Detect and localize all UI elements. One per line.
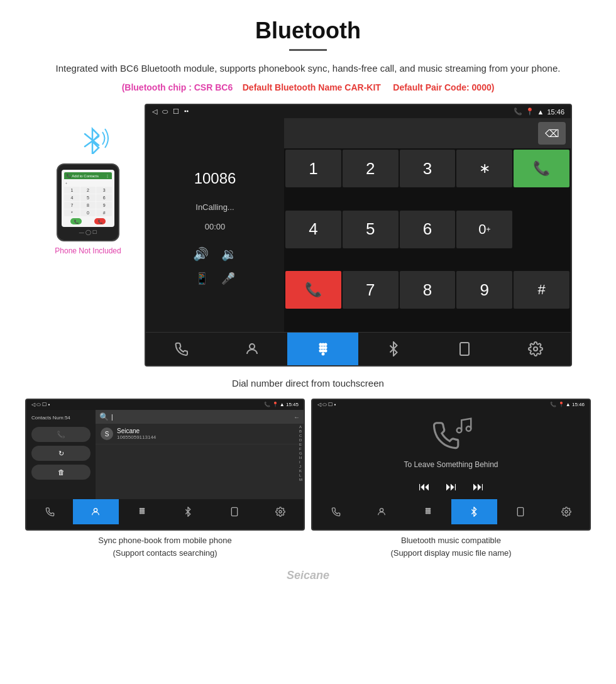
key-2[interactable]: 2 [343, 150, 399, 187]
svg-point-18 [140, 510, 141, 512]
svg-point-17 [143, 508, 144, 509]
svg-point-31 [429, 508, 430, 509]
contacts-back-icon[interactable]: ← [294, 414, 300, 421]
music-nav-phone[interactable] [312, 499, 359, 524]
svg-point-36 [427, 512, 429, 514]
contacts-content: Contacts Num:54 📞 ↻ 🗑 🔍 | ← S Se [26, 410, 304, 499]
phone-key-6[interactable]: 6 [96, 194, 112, 201]
phone-key-7[interactable]: 7 [64, 202, 80, 209]
key-9[interactable]: 9 [456, 271, 512, 309]
contacts-nav-dialpad[interactable] [119, 499, 165, 524]
key-3[interactable]: 3 [400, 150, 456, 187]
contacts-sync-button[interactable]: ↻ [31, 446, 91, 461]
volume-up-icon[interactable]: 🔊 [193, 246, 209, 262]
contacts-nav-settings[interactable] [258, 499, 304, 524]
next-track-button[interactable]: ⏭ [473, 480, 484, 494]
contacts-search-bar: 🔍 | ← [96, 410, 304, 424]
music-nav-bluetooth[interactable] [451, 499, 498, 524]
phone-key-5[interactable]: 5 [80, 194, 96, 201]
contacts-nav-phone[interactable] [26, 499, 73, 524]
contacts-left-panel: Contacts Num:54 📞 ↻ 🗑 [26, 410, 96, 499]
key-1[interactable]: 1 [285, 150, 341, 187]
nav-bluetooth[interactable] [358, 333, 429, 365]
svg-point-7 [319, 350, 321, 352]
phone-key-1[interactable]: 1 [64, 187, 80, 194]
bluetooth-specs: (Bluetooth chip : CSR BC6 Default Blueto… [38, 82, 578, 92]
svg-point-1 [319, 344, 321, 346]
key-hash[interactable]: # [514, 271, 569, 309]
svg-point-5 [322, 347, 324, 349]
key-8[interactable]: 8 [400, 271, 456, 309]
nav-settings[interactable] [500, 333, 571, 365]
page-title: Bluetooth [38, 18, 578, 44]
home-icon: ⬭ [162, 108, 168, 116]
bottom-screens: ◁ ⬭ ☐ ▪ 📞 📍 ▲ 15:45 Contacts Num:54 📞 ↻ … [0, 399, 616, 565]
key-6[interactable]: 6 [400, 211, 456, 248]
contact-list-item[interactable]: S Seicane 10655059113144 [96, 424, 304, 444]
phone-key-0[interactable]: 0 [80, 209, 96, 216]
svg-point-14 [94, 509, 97, 512]
svg-rect-11 [460, 343, 469, 355]
music-nav-icons: ◁ ⬭ ☐ ▪ [317, 402, 336, 408]
key-5[interactable]: 5 [343, 211, 399, 248]
transfer-icon[interactable]: 📱 [195, 272, 209, 285]
svg-point-39 [565, 510, 568, 513]
play-pause-button[interactable]: ⏭ [446, 480, 457, 494]
svg-point-19 [141, 510, 143, 512]
phone-key-4[interactable]: 4 [64, 194, 80, 201]
phone-not-included-label: Phone Not Included [55, 246, 121, 255]
phone-key-9[interactable]: 9 [96, 202, 112, 209]
phone-key-3[interactable]: 3 [96, 187, 112, 194]
key-0plus[interactable]: 0+ [456, 211, 512, 248]
contacts-status-bar: ◁ ⬭ ☐ ▪ 📞 📍 ▲ 15:45 [26, 400, 304, 410]
key-4[interactable]: 4 [285, 211, 341, 248]
key-star[interactable]: ∗ [456, 150, 512, 187]
call-button[interactable]: 📞 [514, 150, 569, 187]
phone-call-button[interactable]: 📞 [70, 218, 82, 224]
watermark: Seicane [0, 569, 616, 582]
contacts-nav-transfer[interactable] [211, 499, 258, 524]
contact-avatar: S [101, 428, 113, 440]
svg-point-4 [319, 347, 321, 349]
contacts-status-right: 📞 📍 ▲ 15:45 [264, 402, 299, 408]
dial-number-display: 10086 [153, 165, 277, 192]
music-status-right: 📞 📍 ▲ 15:46 [550, 402, 585, 408]
contacts-nav-bluetooth[interactable] [165, 499, 212, 524]
svg-rect-38 [517, 507, 523, 516]
end-call-button[interactable]: 📞 [285, 271, 341, 309]
phone-key-2[interactable]: 2 [80, 187, 96, 194]
prev-track-button[interactable]: ⏮ [419, 480, 430, 494]
phone-key-star[interactable]: * [64, 209, 80, 216]
phone-end-button[interactable]: 📞 [94, 218, 106, 224]
microphone-icon[interactable]: 🎤 [221, 272, 235, 285]
music-nav-dialpad[interactable] [405, 499, 451, 524]
contacts-nav-contacts[interactable] [73, 499, 119, 524]
volume-down-icon[interactable]: 🔉 [221, 246, 237, 262]
music-nav-transfer[interactable] [497, 499, 544, 524]
contacts-call-button[interactable]: 📞 [31, 427, 91, 442]
contacts-search-input[interactable]: | [111, 414, 291, 421]
nav-dialpad[interactable] [287, 333, 358, 365]
svg-point-3 [324, 344, 326, 346]
phone-key-hash[interactable]: # [96, 209, 112, 216]
key-7[interactable]: 7 [343, 271, 399, 309]
status-time: 15:46 [547, 108, 564, 116]
svg-point-2 [322, 344, 324, 346]
music-nav-settings[interactable] [544, 499, 590, 524]
phone-key-8[interactable]: 8 [80, 202, 96, 209]
svg-point-8 [322, 350, 324, 352]
spec-chip: (Bluetooth chip : CSR BC6 [122, 82, 233, 92]
backspace-button[interactable]: ⌫ [538, 122, 566, 145]
nav-transfer[interactable] [429, 333, 500, 365]
nav-contacts[interactable] [217, 333, 288, 365]
spec-pair: Default Pair Code: 0000) [393, 82, 494, 92]
nav-phone[interactable] [146, 333, 217, 365]
phone-home-bar: — ◯ ☐ [62, 229, 114, 235]
contacts-alphabet: ABC DEF GHI JKL M [299, 425, 302, 482]
contacts-delete-button[interactable]: 🗑 [31, 465, 91, 480]
contacts-num-label: Contacts Num:54 [31, 415, 91, 421]
svg-point-10 [322, 353, 324, 355]
music-nav-contacts[interactable] [359, 499, 405, 524]
svg-point-21 [140, 512, 141, 514]
phone-mockup: 📞 Add to Contacts ⋮ + 1 2 3 4 5 6 7 8 9 … [57, 163, 119, 241]
